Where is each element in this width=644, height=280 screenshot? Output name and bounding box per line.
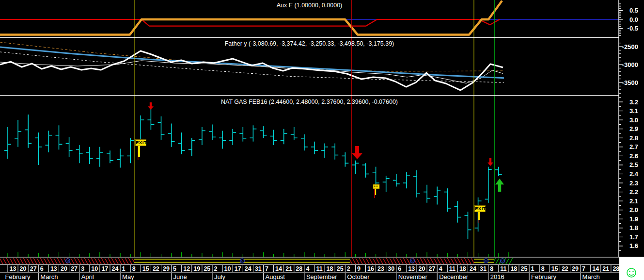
sell-arrow-icon[interactable] xyxy=(487,158,493,166)
svg-text:-3000: -3000 xyxy=(622,61,638,68)
sell-arrow-icon[interactable] xyxy=(148,102,154,110)
svg-text:22: 22 xyxy=(562,265,568,272)
smiley-marker-icon xyxy=(66,259,70,263)
trading-chart-window: 0.50.0-0.5-2500-3000-35003.23.13.02.92.8… xyxy=(0,0,644,280)
svg-text:-0.5: -0.5 xyxy=(628,25,638,32)
aux-orange xyxy=(0,1,502,35)
svg-text:2.4: 2.4 xyxy=(629,170,639,178)
svg-text:11: 11 xyxy=(316,265,323,272)
svg-text:10: 10 xyxy=(224,265,231,272)
svg-text:2016: 2016 xyxy=(490,273,504,280)
svg-text:12: 12 xyxy=(183,265,190,272)
svg-text:March: March xyxy=(40,273,58,280)
ohlc-bar xyxy=(362,163,369,178)
svg-text:7: 7 xyxy=(582,265,585,272)
svg-text:October: October xyxy=(347,273,370,280)
svg-text:19: 19 xyxy=(193,265,200,272)
svg-text:May: May xyxy=(122,273,134,280)
svg-text:1.8: 1.8 xyxy=(629,224,638,231)
svg-text:2.6: 2.6 xyxy=(629,152,638,160)
svg-text:5: 5 xyxy=(173,265,176,272)
ohlc-bar xyxy=(86,147,93,164)
svg-text:2.3: 2.3 xyxy=(629,180,638,187)
svg-text:February: February xyxy=(5,273,31,280)
father-panel xyxy=(0,42,504,90)
event-lines xyxy=(134,0,495,257)
svg-text:3.2: 3.2 xyxy=(629,99,638,106)
svg-text:July: July xyxy=(214,273,226,280)
ohlc-bar xyxy=(107,150,113,163)
status-corner xyxy=(619,257,644,280)
ohlc-bar xyxy=(250,125,256,141)
svg-text:14: 14 xyxy=(592,265,599,272)
upper-band-dashed-orange xyxy=(0,42,504,71)
svg-text:31: 31 xyxy=(255,265,262,272)
ohlc-bar xyxy=(66,137,73,157)
ohlc-bar xyxy=(127,138,134,163)
ohlc-bar xyxy=(454,201,461,223)
month-axis[interactable]: FebruaryMarchAprilMayJuneJulyAugustSepte… xyxy=(5,273,600,280)
small-signal-flag[interactable] xyxy=(373,184,379,189)
ohlc-bar xyxy=(485,167,492,203)
svg-text:February: February xyxy=(531,273,557,280)
svg-text:8: 8 xyxy=(132,265,136,272)
ohlc-bar xyxy=(168,124,175,147)
svg-text:August: August xyxy=(266,273,285,280)
svg-text:6: 6 xyxy=(398,265,401,272)
sell-arrow-icon[interactable] xyxy=(352,146,362,159)
svg-text:2.2: 2.2 xyxy=(629,188,638,196)
svg-text:17: 17 xyxy=(235,265,241,272)
exit-flag-may[interactable]: EXIT xyxy=(135,139,146,146)
ohlc-bar xyxy=(424,185,430,203)
ohlc-bar xyxy=(4,127,11,159)
svg-text:13: 13 xyxy=(10,265,16,272)
svg-text:1: 1 xyxy=(122,265,126,272)
ohlc-bar xyxy=(383,176,390,192)
ohlc-bar xyxy=(444,188,451,212)
svg-text:23: 23 xyxy=(377,265,384,272)
exit-flag-december[interactable]: EXIT xyxy=(474,205,486,212)
chart-canvas[interactable]: 0.50.0-0.5-2500-3000-35003.23.13.02.92.8… xyxy=(0,0,644,280)
svg-text:2.1: 2.1 xyxy=(629,198,638,205)
svg-text:-3500: -3500 xyxy=(622,79,638,86)
ohlc-bar xyxy=(260,126,267,138)
svg-text:30: 30 xyxy=(388,265,394,272)
ohlc-bar xyxy=(331,143,338,159)
svg-text:June: June xyxy=(173,273,187,280)
svg-text:27: 27 xyxy=(30,265,37,272)
svg-text:0.5: 0.5 xyxy=(629,7,638,14)
buy-arrow-icon[interactable] xyxy=(495,179,504,192)
smiley-marker-icon xyxy=(240,259,245,263)
svg-text:8: 8 xyxy=(541,265,545,272)
ohlc-bar xyxy=(137,115,144,142)
svg-text:8: 8 xyxy=(490,265,493,272)
svg-text:16: 16 xyxy=(367,265,374,272)
date-axis[interactable]: 1320276132027310172418152229512192521017… xyxy=(8,265,619,272)
svg-text:December: December xyxy=(439,273,469,280)
ohlc-bar xyxy=(147,109,154,130)
ohlc-bar xyxy=(495,167,502,176)
svg-text:18: 18 xyxy=(510,265,517,272)
ohlc-bar xyxy=(35,132,42,165)
svg-text:29: 29 xyxy=(572,265,579,272)
ohlc-bar xyxy=(413,170,420,198)
ohlc-bar xyxy=(465,212,471,239)
svg-text:10: 10 xyxy=(91,265,98,272)
ohlc-bar xyxy=(96,147,103,167)
svg-text:21: 21 xyxy=(602,265,609,272)
svg-text:2: 2 xyxy=(347,265,350,272)
svg-text:28: 28 xyxy=(613,265,619,272)
svg-text:18: 18 xyxy=(327,265,333,272)
ohlc-bar xyxy=(199,127,205,145)
svg-text:2.9: 2.9 xyxy=(629,125,638,132)
father-main-white xyxy=(0,51,503,90)
ohlc-bar xyxy=(373,167,379,187)
svg-text:2: 2 xyxy=(214,265,218,272)
price-axis: 0.50.0-0.5-2500-3000-35003.23.13.02.92.8… xyxy=(619,0,639,257)
svg-text:28: 28 xyxy=(296,265,302,272)
svg-text:-2500: -2500 xyxy=(622,43,638,50)
ohlc-bar xyxy=(321,143,328,158)
ohlc-bar xyxy=(56,125,63,149)
ohlc-bar xyxy=(301,134,308,150)
signal-ribbon xyxy=(0,252,513,264)
